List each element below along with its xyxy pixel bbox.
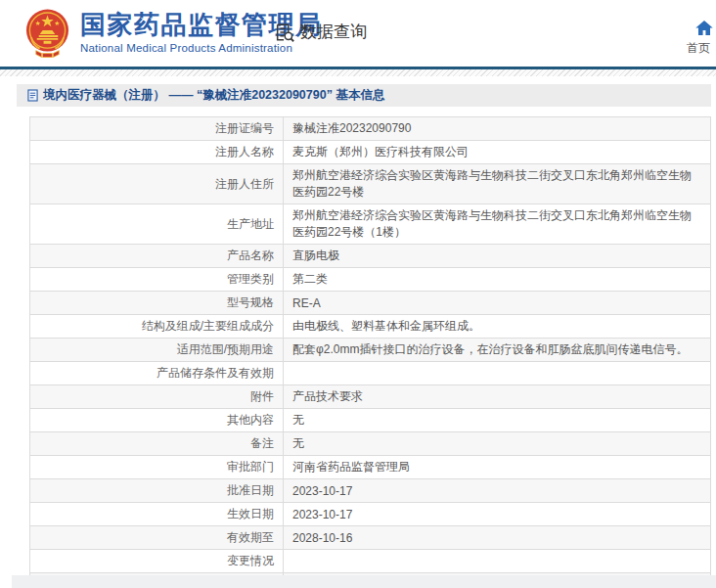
main-content: 境内医疗器械（注册） —— “豫械注准20232090790” 基本信息 注册证… bbox=[17, 84, 711, 588]
row-label: 批准日期 bbox=[227, 482, 274, 499]
document-icon bbox=[27, 89, 38, 102]
row-label: 有效期至 bbox=[227, 529, 274, 546]
row-value-cell: 2023-10-17 bbox=[284, 479, 711, 503]
table-row: 生效日期 2023-10-17 bbox=[30, 503, 711, 526]
registration-table-wrap: 注册证编号 豫械注准20232090790 注册人名称 bbox=[29, 116, 711, 588]
row-value-cell: 由电极线、塑料基体和金属环组成。 bbox=[284, 315, 711, 339]
row-label-cell: 变更情况 bbox=[30, 550, 284, 573]
row-value-cell: 河南省药品监督管理局 bbox=[284, 456, 711, 479]
row-value: 无 bbox=[292, 413, 304, 427]
national-emblem-logo bbox=[24, 8, 70, 59]
row-label: 注册人名称 bbox=[215, 144, 274, 160]
table-row: 变更情况 bbox=[30, 550, 711, 573]
row-label: 产品名称 bbox=[227, 248, 274, 264]
row-value: 由电极线、塑料基体和金属环组成。 bbox=[292, 319, 480, 333]
row-label: 型号规格 bbox=[227, 294, 274, 311]
row-label: 结构及组成/主要组成成分 bbox=[142, 318, 274, 335]
row-label: 生效日期 bbox=[227, 506, 274, 522]
row-value-cell: RE-A bbox=[284, 292, 711, 315]
page-title-bar: 境内医疗器械（注册） —— “豫械注准20232090790” 基本信息 bbox=[17, 84, 711, 107]
row-value-cell: 产品技术要求 bbox=[284, 385, 711, 409]
home-icon bbox=[694, 19, 714, 37]
org-name-en: National Medical Products Administration bbox=[80, 42, 323, 54]
row-label: 备注 bbox=[250, 435, 274, 452]
row-value-cell bbox=[284, 550, 711, 573]
row-label-cell: 生效日期 bbox=[30, 503, 284, 526]
table-row: 注册人名称 麦克斯（郑州）医疗科技有限公司 bbox=[30, 141, 711, 164]
row-label-cell: 生产地址 bbox=[30, 204, 284, 245]
table-row: 生产地址 郑州航空港经济综合实验区黄海路与生物科技二街交叉口东北角郑州临空生物医… bbox=[30, 204, 711, 245]
table-row: 适用范围/预期用途 配套φ2.0mm插针接口的治疗设备，在治疗设备和肛肠盆底肌间… bbox=[30, 339, 711, 362]
row-label-cell: 适用范围/预期用途 bbox=[30, 339, 284, 362]
table-row: 审批部门 河南省药品监督管理局 bbox=[30, 456, 711, 479]
row-label-cell: 管理类别 bbox=[30, 268, 284, 292]
row-value-cell: 第二类 bbox=[284, 268, 711, 292]
table-row: 结构及组成/主要组成成分 由电极线、塑料基体和金属环组成。 bbox=[30, 315, 711, 339]
table-row: 产品储存条件及有效期 bbox=[30, 362, 711, 385]
row-label-cell: 有效期至 bbox=[30, 526, 284, 550]
row-value: 2023-10-17 bbox=[292, 508, 352, 521]
row-value-cell: 2023-10-17 bbox=[284, 503, 711, 526]
table-row: 有效期至 2028-10-16 bbox=[30, 526, 711, 550]
table-row: 管理类别 第二类 bbox=[30, 268, 711, 292]
row-label: 审批部门 bbox=[227, 459, 274, 475]
row-value: 2023-10-17 bbox=[292, 484, 352, 498]
row-label-cell: 注册证编号 bbox=[30, 117, 284, 141]
row-value: 豫械注准20232090790 bbox=[292, 121, 411, 135]
header: 国家药品监督管理局 National Medical Products Admi… bbox=[0, 0, 716, 67]
page-title: 境内医疗器械（注册） —— “豫械注准20232090790” 基本信息 bbox=[43, 87, 384, 104]
row-value-cell bbox=[284, 362, 711, 385]
row-label-cell: 产品储存条件及有效期 bbox=[30, 362, 284, 385]
row-label: 附件 bbox=[250, 388, 274, 405]
row-value-cell: 豫械注准20232090790 bbox=[284, 117, 711, 141]
table-row: 注册证编号 豫械注准20232090790 bbox=[30, 117, 711, 141]
row-label: 注册人住所 bbox=[215, 176, 274, 193]
row-value-cell: 无 bbox=[284, 432, 711, 456]
table-row: 附件 产品技术要求 bbox=[30, 385, 711, 409]
row-label: 其他内容 bbox=[227, 412, 274, 429]
row-value: 麦克斯（郑州）医疗科技有限公司 bbox=[292, 145, 469, 158]
row-label: 变更情况 bbox=[227, 553, 274, 569]
row-label-cell: 附件 bbox=[30, 385, 284, 409]
row-label-cell: 备注 bbox=[30, 432, 284, 456]
row-label: 产品储存条件及有效期 bbox=[157, 365, 274, 382]
row-value-cell: 2028-10-16 bbox=[284, 526, 711, 550]
row-label: 生产地址 bbox=[227, 216, 274, 233]
row-label-cell: 其他内容 bbox=[30, 409, 284, 432]
nav-data-query-label: 数据查询 bbox=[300, 21, 367, 43]
table-row: 备注 无 bbox=[30, 432, 711, 456]
footer-strip bbox=[12, 575, 716, 588]
nav-data-query[interactable]: 数据查询 bbox=[274, 21, 367, 43]
table-row: 批准日期 2023-10-17 bbox=[30, 479, 711, 503]
row-label: 注册证编号 bbox=[215, 120, 274, 137]
row-value-cell: 配套φ2.0mm插针接口的治疗设备，在治疗设备和肛肠盆底肌间传递电信号。 bbox=[284, 339, 711, 362]
row-value: 郑州航空港经济综合实验区黄海路与生物科技二街交叉口东北角郑州临空生物医药园22号… bbox=[292, 168, 692, 199]
registration-info-table: 注册证编号 豫械注准20232090790 注册人名称 bbox=[29, 116, 711, 588]
document-search-icon bbox=[274, 22, 295, 43]
nav-home[interactable]: 首页 bbox=[687, 19, 716, 57]
row-value: 直肠电极 bbox=[292, 249, 339, 262]
row-label-cell: 型号规格 bbox=[30, 292, 284, 315]
row-value-cell: 郑州航空港经济综合实验区黄海路与生物科技二街交叉口东北角郑州临空生物医药园22号… bbox=[284, 204, 711, 245]
row-label-cell: 注册人名称 bbox=[30, 141, 284, 164]
row-value: 产品技术要求 bbox=[292, 389, 363, 403]
row-value: 河南省药品监督管理局 bbox=[292, 460, 410, 474]
row-value-cell: 直肠电极 bbox=[284, 245, 711, 268]
row-value: 配套φ2.0mm插针接口的治疗设备，在治疗设备和肛肠盆底肌间传递电信号。 bbox=[292, 342, 688, 356]
table-row: 其他内容 无 bbox=[30, 409, 711, 432]
row-label-cell: 批准日期 bbox=[30, 479, 284, 503]
row-value: 第二类 bbox=[292, 272, 328, 286]
table-row: 产品名称 直肠电极 bbox=[30, 245, 711, 268]
row-value: RE-A bbox=[292, 296, 321, 310]
row-value: 2028-10-16 bbox=[292, 531, 352, 545]
table-row: 注册人住所 郑州航空港经济综合实验区黄海路与生物科技二街交叉口东北角郑州临空生物… bbox=[30, 164, 711, 204]
row-label-cell: 结构及组成/主要组成成分 bbox=[30, 315, 284, 339]
row-label: 管理类别 bbox=[227, 271, 274, 288]
row-value: 无 bbox=[292, 436, 304, 450]
row-label-cell: 审批部门 bbox=[30, 456, 284, 479]
row-label-cell: 注册人住所 bbox=[30, 164, 284, 204]
row-value-cell: 无 bbox=[284, 409, 711, 432]
table-row: 型号规格 RE-A bbox=[30, 292, 711, 315]
nav-home-label: 首页 bbox=[687, 40, 716, 57]
row-value: 郑州航空港经济综合实验区黄海路与生物科技二街交叉口东北角郑州临空生物医药园22号… bbox=[292, 208, 692, 239]
